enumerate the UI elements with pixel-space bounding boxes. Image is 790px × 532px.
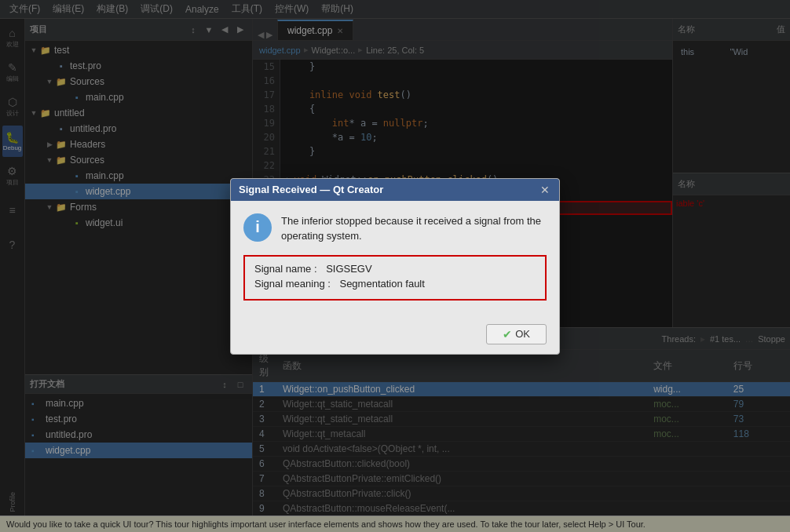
modal-signal-name-label: Signal name : <box>254 263 317 275</box>
modal-title: Signal Received — Qt Creator <box>239 184 539 195</box>
modal-ok-button[interactable]: ✔ OK <box>486 324 547 344</box>
modal-overlay: Signal Received — Qt Creator ✕ i The inf… <box>0 0 790 532</box>
modal-info-row: i The inferior stopped because it receiv… <box>243 213 547 244</box>
modal-signal-name-value: SIGSEGV <box>326 263 372 275</box>
modal-body: i The inferior stopped because it receiv… <box>231 201 559 324</box>
modal-close-btn[interactable]: ✕ <box>539 184 551 196</box>
modal-signal-meaning-value: Segmentation fault <box>339 278 424 290</box>
modal-dialog: Signal Received — Qt Creator ✕ i The inf… <box>230 178 560 355</box>
modal-titlebar: Signal Received — Qt Creator ✕ <box>231 179 559 201</box>
modal-info-icon: i <box>243 213 272 242</box>
modal-info-text: The inferior stopped because it received… <box>281 213 547 244</box>
modal-footer: ✔ OK <box>231 324 559 354</box>
modal-signal-meaning-label: Signal meaning : <box>254 278 331 290</box>
ok-label: OK <box>515 328 530 340</box>
modal-signal-meaning-row: Signal meaning : Segmentation fault <box>254 278 536 290</box>
modal-signal-box: Signal name : SIGSEGV Signal meaning : S… <box>243 255 547 301</box>
ok-check-icon: ✔ <box>503 328 512 341</box>
modal-signal-name-row: Signal name : SIGSEGV <box>254 263 536 275</box>
